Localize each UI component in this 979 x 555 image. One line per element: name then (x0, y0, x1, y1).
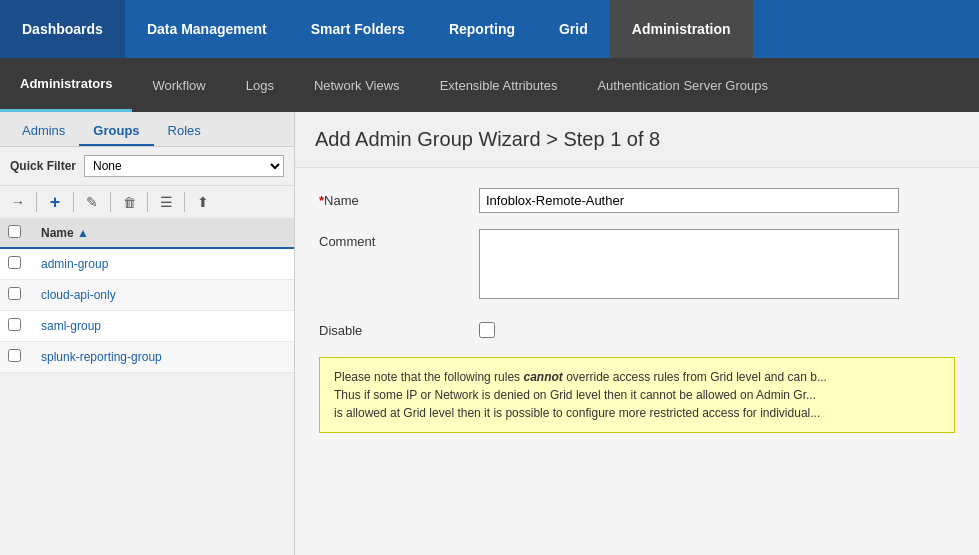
table-row: admin-group (0, 248, 294, 280)
wizard-header: Add Admin Group Wizard > Step 1 of 8 (295, 112, 979, 168)
row-name-cell: saml-group (33, 311, 294, 342)
name-column-header: Name ▲ (33, 219, 294, 248)
nav-grid[interactable]: Grid (537, 0, 610, 58)
disable-label: Disable (319, 318, 479, 338)
row-name-link[interactable]: admin-group (41, 257, 108, 271)
select-all-header (0, 219, 33, 248)
wizard-body: *Name Comment Disable (295, 168, 979, 555)
nav-administration[interactable]: Administration (610, 0, 753, 58)
nav-data-management[interactable]: Data Management (125, 0, 289, 58)
name-field-row: *Name (319, 188, 955, 213)
disable-checkbox-container (479, 318, 899, 341)
right-panel: Add Admin Group Wizard > Step 1 of 8 *Na… (295, 112, 979, 555)
quick-filter-row: Quick Filter None (0, 147, 294, 186)
row-checkbox-cell (0, 311, 33, 342)
main-content: Admins Groups Roles Quick Filter None → … (0, 112, 979, 555)
upload-button[interactable]: ⬆ (191, 190, 215, 214)
disable-field-row: Disable (319, 318, 955, 341)
delete-button[interactable]: 🗑 (117, 190, 141, 214)
tab-admins[interactable]: Admins (8, 117, 79, 146)
row-checkbox[interactable] (8, 287, 21, 300)
toolbar: → + ✎ 🗑 ☰ ⬆ (0, 186, 294, 219)
name-label: *Name (319, 188, 479, 208)
row-name-link[interactable]: splunk-reporting-group (41, 350, 162, 364)
quick-filter-label: Quick Filter (10, 159, 76, 173)
row-checkbox[interactable] (8, 349, 21, 362)
nav-extensible-attributes[interactable]: Extensible Attributes (420, 58, 578, 112)
edit-button[interactable]: ✎ (80, 190, 104, 214)
table-row: splunk-reporting-group (0, 342, 294, 373)
table-row: saml-group (0, 311, 294, 342)
row-name-link[interactable]: cloud-api-only (41, 288, 116, 302)
data-table: Name ▲ admin-group cloud-api-only (0, 219, 294, 555)
second-navigation: Administrators Workflow Logs Network Vie… (0, 58, 979, 112)
row-name-cell: admin-group (33, 248, 294, 280)
tab-roles[interactable]: Roles (154, 117, 215, 146)
wizard-title: Add Admin Group Wizard > Step 1 of 8 (315, 128, 959, 151)
row-checkbox[interactable] (8, 256, 21, 269)
nav-network-views[interactable]: Network Views (294, 58, 420, 112)
add-button[interactable]: + (43, 190, 67, 214)
row-checkbox[interactable] (8, 318, 21, 331)
row-checkbox-cell (0, 342, 33, 373)
select-all-checkbox[interactable] (8, 225, 21, 238)
list-button[interactable]: ☰ (154, 190, 178, 214)
table-row: cloud-api-only (0, 280, 294, 311)
nav-reporting[interactable]: Reporting (427, 0, 537, 58)
toolbar-separator-1 (36, 192, 37, 212)
toolbar-separator-2 (73, 192, 74, 212)
nav-logs[interactable]: Logs (226, 58, 294, 112)
note-box: Please note that the following rules can… (319, 357, 955, 433)
quick-filter-select[interactable]: None (84, 155, 284, 177)
comment-field-row: Comment (319, 229, 955, 302)
nav-auth-server-groups[interactable]: Authentication Server Groups (577, 58, 788, 112)
disable-checkbox[interactable] (479, 322, 495, 338)
row-checkbox-cell (0, 280, 33, 311)
comment-input-container (479, 229, 899, 302)
comment-textarea[interactable] (479, 229, 899, 299)
tab-groups[interactable]: Groups (79, 117, 153, 146)
row-name-cell: splunk-reporting-group (33, 342, 294, 373)
navigate-button[interactable]: → (6, 190, 30, 214)
comment-label: Comment (319, 229, 479, 249)
toolbar-separator-5 (184, 192, 185, 212)
left-tabs: Admins Groups Roles (0, 112, 294, 147)
nav-workflow[interactable]: Workflow (132, 58, 225, 112)
row-name-link[interactable]: saml-group (41, 319, 101, 333)
left-panel: Admins Groups Roles Quick Filter None → … (0, 112, 295, 555)
nav-dashboards[interactable]: Dashboards (0, 0, 125, 58)
nav-administrators[interactable]: Administrators (0, 58, 132, 112)
row-name-cell: cloud-api-only (33, 280, 294, 311)
toolbar-separator-3 (110, 192, 111, 212)
nav-smart-folders[interactable]: Smart Folders (289, 0, 427, 58)
toolbar-separator-4 (147, 192, 148, 212)
name-input-container (479, 188, 899, 213)
top-navigation: Dashboards Data Management Smart Folders… (0, 0, 979, 58)
name-input[interactable] (479, 188, 899, 213)
row-checkbox-cell (0, 248, 33, 280)
